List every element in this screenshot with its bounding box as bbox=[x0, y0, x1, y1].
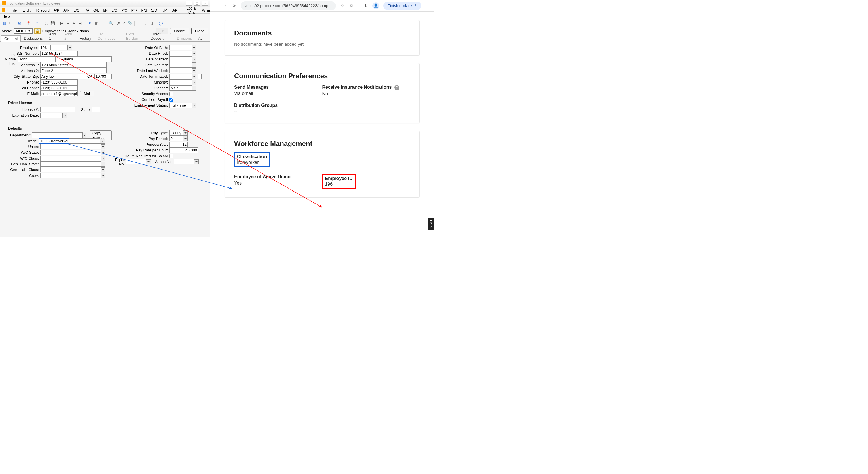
new-icon[interactable]: ▢ bbox=[44, 21, 49, 26]
wc-state-field[interactable] bbox=[40, 150, 101, 155]
attach-icon[interactable]: 📎 bbox=[128, 21, 133, 26]
close-rec-icon[interactable]: ⊠ bbox=[17, 21, 22, 26]
payperiod-dd[interactable] bbox=[183, 136, 188, 141]
crew-field[interactable] bbox=[40, 173, 101, 178]
delete-x-icon[interactable]: ✕ bbox=[87, 21, 92, 26]
menu-tm[interactable]: T/M bbox=[159, 8, 169, 13]
search-icon[interactable]: 🔍 bbox=[108, 21, 114, 26]
minority-dd[interactable] bbox=[192, 80, 196, 85]
zip-field[interactable] bbox=[94, 74, 112, 79]
help-icon[interactable]: ? bbox=[394, 85, 399, 90]
trash-icon[interactable]: 🗑 bbox=[93, 21, 98, 26]
first-icon[interactable]: |◂ bbox=[59, 21, 64, 26]
book-icon[interactable]: ▥ bbox=[2, 21, 7, 26]
menu-jc[interactable]: J/C bbox=[110, 8, 119, 13]
cell-field[interactable] bbox=[40, 85, 78, 91]
emp-status-field[interactable] bbox=[169, 102, 192, 108]
tab-history[interactable]: History bbox=[76, 35, 94, 41]
terminated-dd[interactable] bbox=[192, 74, 196, 79]
reload-icon[interactable]: ⟳ bbox=[231, 3, 237, 8]
gl-state-dd[interactable] bbox=[101, 162, 105, 167]
profile-icon[interactable]: 👤 bbox=[372, 2, 379, 9]
exp-dd[interactable] bbox=[63, 113, 67, 118]
ssn-field[interactable] bbox=[40, 51, 78, 56]
employee-field[interactable] bbox=[39, 45, 51, 51]
prev-icon[interactable]: ◂ bbox=[65, 21, 70, 26]
suffix-field[interactable] bbox=[106, 57, 112, 62]
maximize-icon[interactable]: ☐ bbox=[194, 1, 200, 6]
finish-update-button[interactable]: Finish update⋮ bbox=[383, 2, 421, 10]
exp-field[interactable] bbox=[40, 113, 63, 118]
tab-addl1[interactable]: Addl 1 bbox=[46, 31, 61, 41]
menu-in[interactable]: I/N bbox=[101, 8, 110, 13]
paytype-dd[interactable] bbox=[183, 130, 188, 136]
star-icon[interactable]: ☆ bbox=[340, 3, 345, 8]
crew-dd[interactable] bbox=[101, 173, 105, 178]
license-no-field[interactable] bbox=[40, 107, 75, 112]
gl-state-field[interactable] bbox=[40, 161, 101, 167]
term-extra[interactable] bbox=[197, 74, 202, 79]
menu-ap[interactable]: A/P bbox=[52, 8, 61, 13]
menu-gl[interactable]: G/L bbox=[92, 8, 101, 13]
close-button[interactable]: Close bbox=[191, 28, 208, 34]
phone-field[interactable] bbox=[40, 80, 78, 85]
rehired-dd[interactable] bbox=[192, 62, 196, 68]
equip-dd[interactable] bbox=[146, 159, 151, 164]
doc-icon[interactable]: ▯ bbox=[143, 21, 148, 26]
download-icon[interactable]: ⬇ bbox=[363, 3, 368, 8]
menu-edit[interactable]: Edit bbox=[19, 8, 32, 13]
bullets-icon[interactable]: ☲ bbox=[136, 21, 142, 26]
state-field[interactable] bbox=[86, 74, 95, 79]
terminated-field[interactable] bbox=[169, 74, 192, 79]
tab-div[interactable]: Divisions bbox=[174, 35, 195, 41]
attach-field[interactable] bbox=[174, 159, 194, 164]
save-icon[interactable]: 💾 bbox=[50, 21, 55, 26]
attach-dd[interactable] bbox=[194, 159, 199, 164]
gl-class-field[interactable] bbox=[40, 167, 101, 172]
sec-access-check[interactable] bbox=[169, 92, 174, 96]
expand-icon[interactable]: ⤢ bbox=[121, 21, 126, 26]
list-icon[interactable]: ☰ bbox=[100, 21, 105, 26]
help-tab[interactable]: Help bbox=[428, 218, 434, 230]
minority-field[interactable] bbox=[169, 80, 192, 85]
tab-general[interactable]: General bbox=[1, 35, 21, 42]
hired-dd[interactable] bbox=[192, 51, 196, 56]
gl-class-dd[interactable] bbox=[101, 167, 105, 172]
globe-icon[interactable]: ◯ bbox=[158, 21, 163, 26]
forward-icon[interactable]: → bbox=[222, 3, 227, 8]
dob-field[interactable] bbox=[169, 45, 192, 51]
menu-help[interactable]: Help bbox=[2, 14, 10, 19]
cert-payroll-check[interactable] bbox=[169, 98, 174, 102]
menu-log-call[interactable]: Log a Call bbox=[185, 6, 198, 15]
started-field[interactable] bbox=[169, 57, 192, 62]
equip-field[interactable] bbox=[126, 159, 146, 164]
menu-sd[interactable]: S/D bbox=[150, 8, 159, 13]
rehired-field[interactable] bbox=[169, 62, 192, 68]
lastworked-dd[interactable] bbox=[192, 68, 196, 73]
sql-icon[interactable]: SQL bbox=[115, 21, 120, 26]
copy-icon[interactable]: ❐ bbox=[8, 21, 13, 26]
gender-field[interactable] bbox=[169, 85, 192, 91]
extension-icon[interactable]: ⧉ bbox=[349, 3, 354, 8]
dept-dd[interactable] bbox=[83, 133, 86, 138]
wc-class-field[interactable] bbox=[40, 156, 101, 161]
lastworked-field[interactable] bbox=[169, 68, 192, 73]
doc2-icon[interactable]: ▯ bbox=[149, 21, 154, 26]
dl-state-field[interactable] bbox=[92, 107, 100, 112]
org-icon[interactable]: ⠿ bbox=[35, 21, 40, 26]
dob-dd[interactable] bbox=[192, 45, 196, 51]
close-icon[interactable]: ✕ bbox=[202, 1, 208, 6]
trade-field[interactable] bbox=[39, 138, 69, 144]
last-icon[interactable]: ▸| bbox=[78, 21, 83, 26]
employee-dd[interactable] bbox=[68, 45, 72, 51]
payperiod-field[interactable] bbox=[169, 136, 183, 141]
menu-fa[interactable]: F/A bbox=[82, 8, 91, 13]
paytype-field[interactable] bbox=[169, 130, 183, 136]
employee-extra[interactable] bbox=[51, 45, 68, 51]
tab-more[interactable]: Ac... bbox=[195, 35, 209, 41]
union-dd[interactable] bbox=[101, 144, 105, 150]
rate-field[interactable] bbox=[169, 148, 198, 153]
tab-extra[interactable]: Extra Burden bbox=[123, 31, 148, 41]
tab-dd[interactable]: Direct Deposit bbox=[148, 31, 174, 41]
hours-req-check[interactable] bbox=[169, 154, 174, 158]
